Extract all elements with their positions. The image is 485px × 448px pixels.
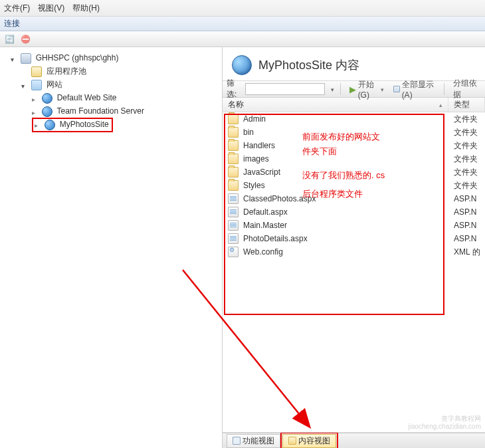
content-toolbar: 筛选: ▶ 开始(G) 全部显示(A) 分组依据 <box>223 80 485 98</box>
tree-site-myphotos[interactable]: MyPhotosSite <box>32 118 222 132</box>
folder-icon <box>228 154 239 164</box>
go-icon: ▶ <box>349 84 356 94</box>
groupby-button[interactable]: 分组依据 <box>450 78 481 100</box>
file-name: bin <box>243 128 254 137</box>
globe-icon <box>232 55 252 75</box>
file-type: 文件夹 <box>448 114 485 125</box>
file-row[interactable]: Main.MasterASP.N <box>223 219 485 232</box>
annotation-line: 前面发布好的网站文 <box>302 130 385 144</box>
folder-icon <box>228 114 239 124</box>
tree-site-tfs[interactable]: Team Foundation Server <box>32 104 222 118</box>
tree-apppool-node[interactable]: 应用程序池 <box>21 64 222 78</box>
file-name: PhotoDetails.aspx <box>243 234 308 243</box>
file-row[interactable]: Default.aspxASP.N <box>223 205 485 219</box>
file-type: ASP.N <box>448 194 485 203</box>
annotation-line: 件夹下面 <box>302 144 385 159</box>
file-name: Styles <box>243 181 265 190</box>
filter-input[interactable] <box>245 83 325 95</box>
aspx-icon <box>228 220 239 231</box>
tree-apppool-label: 应用程序池 <box>47 66 86 76</box>
globe-icon <box>42 93 52 104</box>
folder-icon <box>228 167 239 177</box>
expander-icon[interactable] <box>32 95 39 102</box>
content-header: MyPhotosSite 内容 <box>223 47 485 80</box>
file-name: Main.Master <box>243 221 287 230</box>
features-view-icon <box>233 437 241 445</box>
connections-tree[interactable]: GHHSPC (ghhspc\ghh) 应用程序池 网站 <box>0 51 222 132</box>
watermark: 查字典教程网 jiaocheng.chazidian.com <box>408 415 481 431</box>
menu-help[interactable]: 帮助(H) <box>72 3 100 14</box>
tree-pane: GHHSPC (ghhspc\ghh) 应用程序池 网站 <box>0 47 223 448</box>
file-name: JavaScript <box>243 168 280 177</box>
file-type: 文件夹 <box>448 154 485 165</box>
globe-icon <box>42 106 52 117</box>
watermark-line: 查字典教程网 <box>408 415 481 423</box>
showall-button[interactable]: 全部显示(A) <box>391 79 438 100</box>
file-type: ASP.N <box>448 221 485 230</box>
file-list[interactable]: Admin文件夹bin文件夹Handlers文件夹images文件夹JavaSc… <box>223 112 485 433</box>
file-name: Admin <box>243 114 266 124</box>
file-name: images <box>243 154 269 164</box>
start-button[interactable]: ▶ 开始(G) <box>347 79 387 100</box>
globe-icon <box>45 120 55 130</box>
aspx-icon <box>228 233 239 244</box>
tab-content-view[interactable]: 内容视图 <box>282 434 336 448</box>
file-type: 文件夹 <box>448 180 485 191</box>
sort-indicator-icon: ▴ <box>439 102 442 108</box>
annotation-frame: 内容视图 <box>280 432 338 449</box>
annotation-text: 前面发布好的网站文 件夹下面 没有了我们熟悉的. cs 后台程序类文件 <box>302 130 385 201</box>
file-type: ASP.N <box>448 207 485 217</box>
tab-features-view[interactable]: 功能视图 <box>227 434 280 448</box>
annotation-line: 没有了我们熟悉的. cs <box>302 168 385 183</box>
showall-label: 全部显示(A) <box>402 79 435 100</box>
file-row[interactable]: Web.configXML 的 <box>223 245 485 259</box>
expander-icon[interactable] <box>11 55 17 62</box>
start-label: 开始(G) <box>358 79 377 100</box>
file-name: Handlers <box>243 141 275 150</box>
connections-toolbar: 🔄 ⛔ <box>0 31 485 47</box>
filter-dropdown-icon[interactable] <box>329 84 334 94</box>
menu-view[interactable]: 视图(V) <box>38 3 64 14</box>
file-row[interactable]: Admin文件夹 <box>223 112 485 126</box>
aspx-icon <box>228 207 239 217</box>
separator <box>340 83 341 95</box>
main-split: GHHSPC (ghhspc\ghh) 应用程序池 网站 <box>0 47 485 448</box>
tree-sites-node[interactable]: 网站 Default Web Site Te <box>21 78 222 132</box>
connections-header: 连接 <box>0 17 485 31</box>
tree-site-default[interactable]: Default Web Site <box>32 91 222 104</box>
folder-icon <box>228 180 239 191</box>
tree-sites-label: 网站 <box>47 80 62 89</box>
connections-label: 连接 <box>4 18 20 29</box>
stop-icon[interactable]: ⛔ <box>19 33 32 45</box>
separator <box>444 83 444 95</box>
sites-icon <box>31 80 42 90</box>
expander-icon[interactable] <box>32 108 39 115</box>
showall-icon <box>393 86 400 92</box>
tab-label: 功能视图 <box>242 435 274 447</box>
config-icon <box>228 247 239 257</box>
file-type: XML 的 <box>448 247 485 258</box>
content-pane: MyPhotosSite 内容 筛选: ▶ 开始(G) 全部显示(A) 分组依据 <box>223 47 485 448</box>
file-name: Web.config <box>243 247 283 257</box>
menu-file[interactable]: 文件(F) <box>4 3 30 14</box>
file-row[interactable]: PhotoDetails.aspxASP.N <box>223 232 485 245</box>
folder-icon <box>228 127 239 138</box>
refresh-icon[interactable]: 🔄 <box>3 33 16 45</box>
selection-highlight: MyPhotosSite <box>32 118 113 132</box>
tree-server-label: GHHSPC (ghhspc\ghh) <box>36 53 119 62</box>
expander-icon[interactable] <box>35 122 41 128</box>
tree-site-label: Team Foundation Server <box>56 106 144 116</box>
folder-icon <box>228 140 239 151</box>
expander-icon[interactable] <box>21 82 28 88</box>
groupby-label: 分组依据 <box>453 78 478 100</box>
server-icon <box>21 53 31 64</box>
column-name[interactable]: 名称 ▴ <box>223 98 448 112</box>
tree-server-node[interactable]: GHHSPC (ghhspc\ghh) 应用程序池 网站 <box>11 51 222 132</box>
file-type: 文件夹 <box>448 127 485 138</box>
chevron-down-icon <box>379 84 384 94</box>
file-type: 文件夹 <box>448 167 485 178</box>
apppool-icon <box>31 66 42 77</box>
menubar: 文件(F) 视图(V) 帮助(H) <box>0 0 485 17</box>
page-title: MyPhotosSite 内容 <box>258 57 359 73</box>
file-type: ASP.N <box>448 234 485 243</box>
